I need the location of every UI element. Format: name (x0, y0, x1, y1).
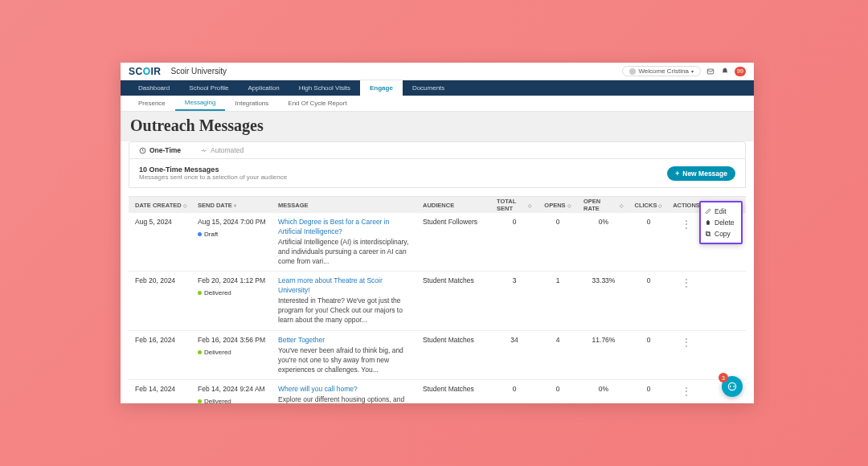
col-open-rate[interactable]: OPEN RATE◇ (577, 198, 627, 212)
status-dot-icon (198, 232, 202, 236)
action-copy[interactable]: Copy (705, 228, 737, 239)
info-text: 10 One-Time Messages Messages sent once … (139, 166, 287, 181)
chevron-down-icon: ▾ (691, 68, 694, 74)
cell-clicks: 0 (627, 385, 667, 394)
status-text: Delivered (204, 288, 231, 297)
status-text: Delivered (204, 397, 231, 403)
nav-dashboard[interactable]: Dashboard (129, 80, 179, 96)
tab-automated-label: Automated (211, 146, 244, 154)
trash-icon (705, 219, 711, 226)
table-row: Aug 5, 2024 Aug 15, 2024 7:00 PM Draft W… (129, 213, 746, 272)
send-date-value: Feb 16, 2024 3:56 PM (198, 336, 268, 345)
row-actions-menu[interactable]: ⋮ (667, 276, 702, 288)
col-opens[interactable]: OPENS◇ (535, 202, 577, 209)
welcome-menu[interactable]: Welcome Cristina ▾ (622, 66, 701, 76)
subnav-presence[interactable]: Presence (129, 96, 175, 111)
new-message-button[interactable]: + New Message (667, 166, 735, 181)
cell-open-rate: 0% (577, 385, 627, 394)
table-row: Feb 14, 2024 Feb 14, 2024 9:24 AM Delive… (129, 380, 746, 403)
action-delete[interactable]: Delete (705, 217, 737, 228)
tab-one-time[interactable]: One-Time (139, 146, 181, 154)
status-text: Draft (204, 230, 218, 239)
cell-clicks: 0 (627, 218, 667, 227)
svg-point-4 (728, 382, 735, 390)
cell-message: Better Together You've never been afraid… (272, 336, 416, 375)
svg-rect-3 (706, 231, 709, 235)
col-message: MESSAGE (272, 202, 416, 209)
sort-icon: ◇ (658, 202, 662, 208)
cell-audience: Student Matches (416, 276, 490, 286)
nav-application[interactable]: Application (239, 80, 289, 96)
message-snippet: Artificial Intelligence (AI) is interdis… (278, 238, 408, 265)
col-audience: AUDIENCE (416, 202, 490, 209)
subnav-integrations[interactable]: Integrations (225, 96, 278, 111)
nav-documents[interactable]: Documents (403, 80, 454, 96)
bell-icon[interactable] (720, 67, 730, 76)
message-snippet: Explore our different housing options, a… (278, 395, 404, 403)
col-total-sent[interactable]: TOTAL SENT◇ (490, 198, 535, 212)
nav-school-profile[interactable]: School Profile (179, 80, 238, 96)
row-actions-menu[interactable]: ⋮ (667, 385, 702, 396)
brand-bar: SCOIR Scoir University Welcome Cristina … (121, 63, 754, 80)
cell-date-created: Feb 20, 2024 (129, 276, 191, 286)
headset-icon (727, 381, 738, 392)
messages-table: DATE CREATED◇ SEND DATE▾ MESSAGE AUDIENC… (129, 196, 746, 403)
nav-engage[interactable]: Engage (360, 80, 403, 96)
col-clicks[interactable]: CLICKS◇ (627, 202, 667, 209)
status-text: Delivered (204, 348, 231, 357)
edit-icon (705, 208, 711, 215)
university-name: Scoir University (171, 67, 227, 76)
logo-text-2: IR (151, 66, 162, 77)
status-dot-icon (198, 291, 202, 295)
main-nav: Dashboard School Profile Application Hig… (121, 80, 754, 96)
cell-total-sent: 34 (490, 336, 535, 345)
cell-opens: 0 (535, 385, 577, 394)
clock-icon (139, 147, 146, 154)
col-date-created[interactable]: DATE CREATED◇ (129, 202, 191, 209)
subnav-messaging[interactable]: Messaging (175, 96, 226, 111)
table-row: Feb 16, 2024 Feb 16, 2024 3:56 PM Delive… (129, 331, 746, 381)
cell-date-created: Aug 5, 2024 (129, 218, 191, 227)
cell-open-rate: 33.33% (577, 276, 627, 286)
notification-badge[interactable]: 99 (735, 67, 746, 76)
message-title-link[interactable]: Which Degree is Best for a Career in Art… (278, 218, 413, 237)
message-count-title: 10 One-Time Messages (139, 166, 287, 174)
cell-audience: Student Followers (416, 218, 490, 227)
logo[interactable]: SCOIR (129, 66, 162, 77)
nav-high-school-visits[interactable]: High School Visits (289, 80, 360, 96)
message-snippet: Interested in Theatre? We've got just th… (278, 296, 403, 324)
cell-clicks: 0 (627, 336, 667, 345)
status-dot-icon (198, 350, 202, 354)
cell-send-date: Feb 16, 2024 3:56 PM Delivered (191, 336, 272, 357)
subnav-end-of-cycle[interactable]: End Of Cycle Report (278, 96, 356, 111)
avatar-icon (629, 68, 636, 75)
logo-text: SC (129, 66, 143, 77)
message-title-link[interactable]: Better Together (278, 336, 413, 345)
row-actions-menu[interactable]: ⋮ (667, 218, 702, 229)
send-date-value: Aug 15, 2024 7:00 PM (198, 218, 268, 227)
status-badge: Delivered (198, 348, 268, 357)
cell-message: Where will you call home? Explore our di… (272, 385, 416, 403)
cell-total-sent: 3 (490, 276, 535, 286)
tab-automated[interactable]: Automated (200, 146, 244, 154)
message-title-link[interactable]: Where will you call home? (278, 385, 413, 394)
cell-send-date: Feb 20, 2024 1:12 PM Delivered (191, 276, 272, 297)
col-send-date[interactable]: SEND DATE▾ (191, 202, 272, 209)
status-badge: Delivered (198, 397, 268, 403)
cell-message: Which Degree is Best for a Career in Art… (272, 218, 416, 266)
status-badge: Draft (198, 230, 268, 239)
action-edit[interactable]: Edit (705, 206, 737, 217)
message-title-link[interactable]: Learn more about Theatre at Scoir Univer… (278, 276, 413, 296)
header-right: Welcome Cristina ▾ 99 (622, 66, 746, 76)
plus-icon: + (675, 170, 679, 178)
cell-total-sent: 0 (490, 218, 535, 227)
chat-fab[interactable]: 3 (722, 376, 743, 397)
automation-icon (200, 147, 207, 154)
row-actions-menu[interactable]: ⋮ (667, 336, 702, 347)
tab-one-time-label: One-Time (149, 146, 181, 154)
copy-icon (705, 231, 711, 237)
status-badge: Delivered (198, 288, 268, 297)
sort-icon: ◇ (183, 202, 187, 208)
svg-rect-2 (707, 233, 710, 236)
messages-icon[interactable] (706, 67, 715, 76)
